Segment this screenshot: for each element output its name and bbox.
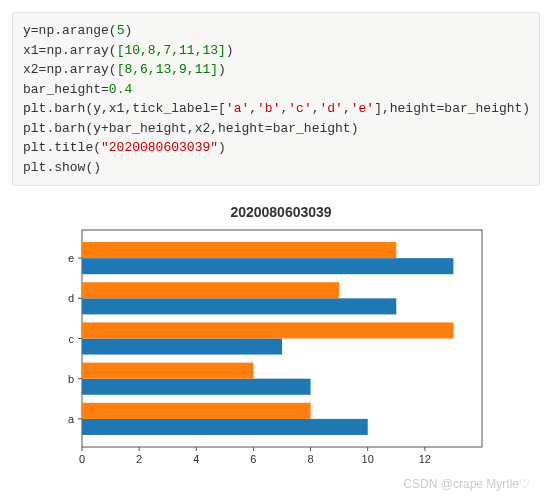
bar (82, 242, 396, 258)
bar (82, 282, 339, 298)
code-block: y=np.arange(5) x1=np.array([10,8,7,11,13… (12, 12, 540, 186)
bar (82, 419, 368, 435)
chart-container: 2020080603039 024681012abcde (12, 204, 540, 473)
bar (82, 403, 311, 419)
x-tick-label: 10 (362, 453, 374, 465)
y-tick-label: e (68, 252, 74, 264)
y-tick-label: a (68, 413, 75, 425)
watermark: CSDN @crape Myrtle♡ (12, 477, 540, 491)
x-tick-label: 2 (136, 453, 142, 465)
x-tick-label: 6 (250, 453, 256, 465)
x-tick-label: 8 (308, 453, 314, 465)
bar (82, 379, 311, 395)
code-line: y=np.arange( (23, 23, 117, 38)
bar (82, 339, 282, 355)
bar (82, 322, 453, 338)
barh-chart: 024681012abcde (52, 224, 492, 469)
chart-title: 2020080603039 (52, 204, 510, 220)
bar (82, 363, 253, 379)
y-tick-label: c (69, 333, 75, 345)
y-tick-label: d (68, 292, 74, 304)
bar (82, 258, 453, 274)
bar (82, 298, 396, 314)
x-tick-label: 0 (79, 453, 85, 465)
y-tick-label: b (68, 373, 74, 385)
x-tick-label: 4 (193, 453, 199, 465)
x-tick-label: 12 (419, 453, 431, 465)
